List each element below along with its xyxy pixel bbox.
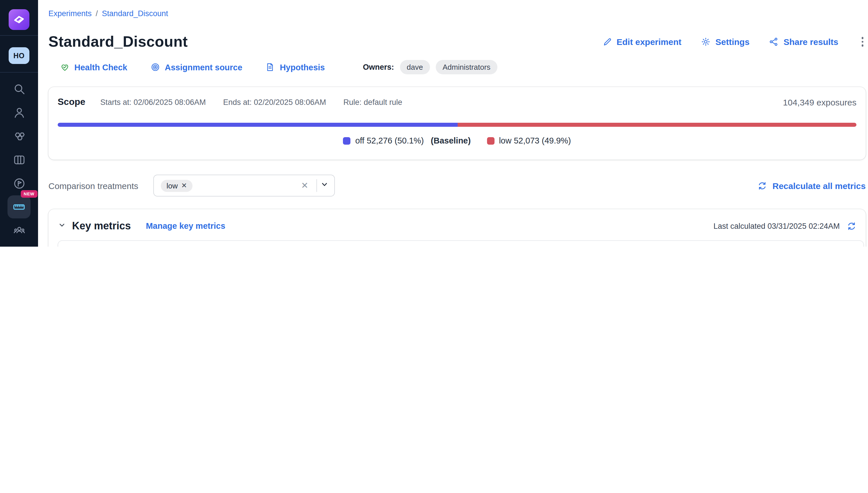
breadcrumb: Experiments/Standard_Discount	[48, 0, 866, 18]
key-metrics-header: Key metrics Manage key metrics Last calc…	[58, 217, 864, 235]
app-root: HO NEW	[0, 0, 868, 246]
user-icon[interactable]	[12, 105, 26, 120]
main-content: Experiments/Standard_Discount Standard_D…	[38, 0, 868, 246]
legend-item-low: low 52,073 (49.9%)	[487, 136, 571, 145]
key-metrics-last-calculated: Last calculated 03/31/2025 02:24AM	[714, 221, 840, 230]
scope-header: Scope Starts at: 02/06/2025 08:06AM Ends…	[58, 95, 856, 109]
chevron-down-icon[interactable]	[320, 180, 329, 191]
comparison-label: Comparison treatments	[48, 181, 138, 190]
recalculate-all-metrics-button[interactable]: Recalculate all metrics	[757, 181, 866, 190]
key-metrics-section: Key metrics Manage key metrics Last calc…	[48, 209, 866, 246]
bar-segment-off	[58, 123, 458, 127]
manage-key-metrics-link[interactable]: Manage key metrics	[146, 221, 225, 231]
app-logo[interactable]	[9, 9, 29, 30]
treatment-chip-low[interactable]: low ✕	[161, 179, 193, 192]
chip-remove-icon[interactable]: ✕	[181, 181, 187, 190]
pencil-icon	[602, 37, 612, 47]
table-header-row: Metric Treatment Direction Impact P-valu…	[58, 241, 864, 246]
health-check-link[interactable]: Health Check	[60, 62, 127, 72]
search-icon[interactable]	[12, 81, 26, 96]
legend-swatch-low	[487, 137, 494, 144]
columns-icon[interactable]	[12, 152, 26, 167]
comparison-row: Comparison treatments low ✕ ✕ Recalculat…	[48, 175, 866, 196]
breadcrumb-experiments[interactable]: Experiments	[48, 9, 92, 18]
comparison-treatments-select[interactable]: low ✕ ✕	[153, 175, 335, 196]
scope-starts-at: Starts at: 02/06/2025 08:06AM	[100, 98, 206, 106]
divider	[316, 179, 317, 192]
refresh-icon[interactable]	[847, 221, 856, 231]
hypothesis-link[interactable]: Hypothesis	[266, 62, 325, 72]
divider	[0, 72, 38, 72]
key-metrics-table: Metric Treatment Direction Impact P-valu…	[58, 240, 864, 246]
ruler-icon	[12, 200, 26, 214]
legend-swatch-off	[343, 137, 351, 144]
breadcrumb-separator: /	[96, 9, 98, 18]
scope-rule: Rule: default rule	[343, 98, 402, 106]
new-badge: NEW	[21, 190, 37, 198]
page-header: Standard_Discount Edit experiment Settin…	[48, 33, 866, 51]
legend-item-off: off 52,276 (50.1%) (Baseline)	[343, 136, 471, 145]
owner-chip-administrators[interactable]: Administrators	[436, 60, 497, 74]
gear-icon	[701, 37, 711, 47]
share-icon	[769, 37, 779, 47]
bar-segment-low	[458, 123, 856, 127]
more-options-button[interactable]	[859, 35, 866, 49]
scope-ends-at: Ends at: 02/20/2025 08:06AM	[223, 98, 326, 106]
exposure-legend: off 52,276 (50.1%) (Baseline) low 52,073…	[58, 136, 856, 145]
page-title: Standard_Discount	[48, 33, 188, 51]
people-group-icon[interactable]	[12, 223, 26, 238]
exposure-split-bar	[58, 123, 856, 127]
owners-label: Owners:	[363, 63, 394, 71]
sidebar: HO NEW	[0, 0, 38, 246]
hexagons-icon[interactable]	[12, 129, 26, 144]
flag-circle-icon[interactable]	[12, 176, 26, 191]
edit-experiment-button[interactable]: Edit experiment	[602, 37, 681, 47]
baseline-label: (Baseline)	[431, 136, 471, 145]
scope-exposures: 104,349 exposures	[783, 97, 856, 107]
owners: Owners: dave Administrators	[363, 60, 497, 74]
experiment-meta-row: Health Check Assignment source Hypothesi…	[60, 60, 866, 74]
breadcrumb-current[interactable]: Standard_Discount	[102, 9, 168, 18]
logo-mark-icon	[10, 11, 28, 28]
workspace-badge[interactable]: HO	[9, 47, 29, 64]
bullseye-icon	[150, 62, 160, 72]
assignment-source-link[interactable]: Assignment source	[150, 62, 242, 72]
scope-title: Scope	[58, 97, 85, 107]
owner-chip-dave[interactable]: dave	[400, 60, 430, 74]
key-metrics-title: Key metrics	[72, 220, 131, 232]
share-results-button[interactable]: Share results	[769, 37, 838, 47]
select-clear-icon[interactable]: ✕	[297, 180, 313, 191]
refresh-icon	[757, 181, 767, 190]
header-actions: Edit experiment Settings Share results	[602, 35, 866, 49]
settings-button[interactable]: Settings	[701, 37, 749, 47]
heart-check-icon	[60, 62, 70, 72]
sidebar-item-metrics-active[interactable]	[7, 195, 30, 218]
scope-card: Scope Starts at: 02/06/2025 08:06AM Ends…	[48, 87, 866, 159]
document-icon	[266, 62, 275, 72]
collapse-chevron-icon[interactable]	[58, 220, 66, 231]
divider	[0, 35, 38, 36]
